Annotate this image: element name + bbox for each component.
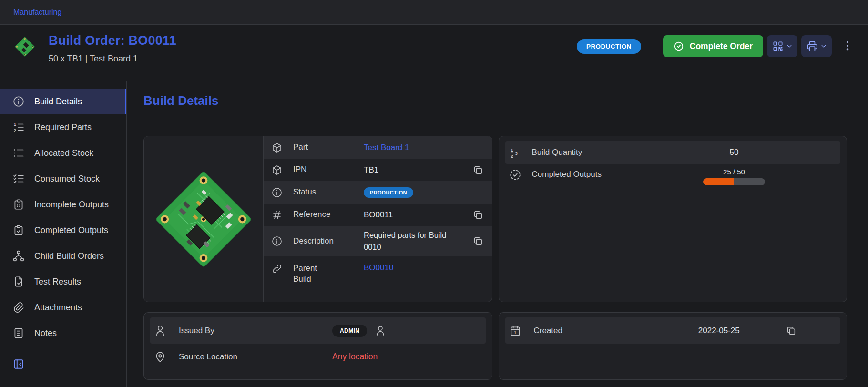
complete-order-label: Complete Order bbox=[690, 41, 753, 51]
svg-text:1: 1 bbox=[511, 147, 513, 153]
sidebar-item-child-build-orders[interactable]: Child Build Orders bbox=[0, 243, 126, 269]
row-label: Build Quantity bbox=[532, 148, 582, 157]
row-label: Parent Build bbox=[293, 263, 364, 285]
section-divider bbox=[143, 119, 847, 119]
table-row-build-quantity: 123 Build Quantity 50 bbox=[505, 141, 841, 164]
issued-by-panel: Issued By ADMIN Source Location Any loca… bbox=[143, 312, 492, 380]
user-icon bbox=[375, 325, 386, 336]
page-header: Build Order: BO0011 50 x TB1 | Test Boar… bbox=[0, 25, 868, 81]
table-row-reference: Reference BO0011 bbox=[264, 204, 492, 226]
sidebar-item-label: Test Results bbox=[34, 277, 81, 287]
sidebar: Build Details 12 Required Parts Allocate… bbox=[0, 81, 127, 387]
svg-text:2: 2 bbox=[511, 153, 513, 159]
sidebar-item-build-details[interactable]: Build Details bbox=[0, 89, 126, 114]
sidebar-item-notes[interactable]: Notes bbox=[0, 320, 126, 346]
copy-icon[interactable] bbox=[785, 325, 797, 337]
printer-icon bbox=[806, 40, 818, 52]
sidebar-item-label: Allocated Stock bbox=[34, 148, 93, 158]
breadcrumb-bar: Manufacturing bbox=[0, 0, 868, 25]
row-value: Required parts for Build 0010 bbox=[364, 229, 458, 253]
file-check-icon bbox=[12, 275, 25, 288]
row-value: BO0011 bbox=[364, 210, 472, 220]
sidebar-item-label: Child Build Orders bbox=[34, 251, 104, 261]
created-panel: 1 Created 2022-05-25 bbox=[499, 312, 848, 380]
sidebar-item-required-parts[interactable]: 12 Required Parts bbox=[0, 114, 126, 140]
status-badge: PRODUCTION bbox=[577, 39, 641, 54]
table-row-issued-by: Issued By ADMIN bbox=[150, 317, 486, 344]
table-row-completed-outputs: Completed Outputs 25 / 50 bbox=[505, 164, 841, 194]
box-icon bbox=[271, 142, 293, 153]
table-row-parent-build: Parent Build BO0010 bbox=[264, 256, 492, 302]
print-actions-button[interactable] bbox=[801, 35, 832, 57]
clipboard-list-icon bbox=[12, 198, 25, 211]
sidebar-item-label: Attachments bbox=[34, 303, 82, 313]
row-label: Reference bbox=[293, 209, 364, 220]
check-circle-icon bbox=[674, 41, 684, 51]
user-icon bbox=[154, 325, 179, 337]
map-pin-icon bbox=[154, 351, 179, 363]
part-link[interactable]: Test Board 1 bbox=[364, 143, 409, 152]
notes-icon bbox=[12, 327, 25, 339]
sidebar-item-label: Required Parts bbox=[34, 122, 92, 132]
info-circle-icon bbox=[271, 187, 293, 198]
sidebar-item-consumed-stock[interactable]: Consumed Stock bbox=[0, 166, 126, 192]
table-row-source-location: Source Location Any location bbox=[150, 344, 486, 370]
calendar-icon: 1 bbox=[509, 325, 534, 337]
part-details-panel: Part Test Board 1 IPN TB1 bbox=[143, 136, 492, 302]
part-details-table: Part Test Board 1 IPN TB1 bbox=[263, 136, 492, 302]
list-numbers-icon: 12 bbox=[12, 121, 25, 133]
section-title: Build Details bbox=[143, 93, 847, 108]
sidebar-item-completed-outputs[interactable]: Completed Outputs bbox=[0, 217, 126, 243]
sidebar-item-label: Incomplete Outputs bbox=[34, 200, 109, 210]
clipboard-check-icon bbox=[12, 224, 25, 236]
sidebar-item-incomplete-outputs[interactable]: Incomplete Outputs bbox=[0, 192, 126, 217]
sidebar-item-attachments[interactable]: Attachments bbox=[0, 295, 126, 320]
row-label: IPN bbox=[293, 164, 364, 175]
row-value: 2022-05-25 bbox=[653, 326, 786, 336]
more-actions-kebab-button[interactable] bbox=[839, 37, 856, 56]
progress-check-icon bbox=[509, 168, 532, 181]
sidebar-item-allocated-stock[interactable]: Allocated Stock bbox=[0, 140, 126, 166]
page-title: Build Order: BO0011 bbox=[49, 33, 176, 48]
svg-text:3: 3 bbox=[515, 151, 518, 156]
collapse-sidebar-button[interactable] bbox=[12, 358, 25, 370]
parent-build-link[interactable]: BO0010 bbox=[364, 263, 393, 272]
row-label: Source Location bbox=[179, 352, 332, 362]
sidebar-item-label: Consumed Stock bbox=[34, 174, 100, 184]
svg-text:2: 2 bbox=[14, 128, 16, 133]
sidebar-item-label: Completed Outputs bbox=[34, 225, 108, 235]
progress-bar bbox=[703, 178, 765, 185]
copy-icon[interactable] bbox=[472, 209, 484, 221]
sidebar-item-label: Build Details bbox=[34, 97, 82, 107]
list-check-icon bbox=[12, 173, 25, 185]
build-quantities-panel: 123 Build Quantity 50 Completed Outputs … bbox=[499, 136, 848, 302]
qr-code-icon bbox=[772, 40, 784, 52]
copy-icon[interactable] bbox=[472, 235, 484, 247]
chevron-down-icon bbox=[820, 42, 827, 50]
sidebar-item-test-results[interactable]: Test Results bbox=[0, 269, 126, 295]
part-thumbnail bbox=[12, 34, 37, 59]
table-row-status: Status PRODUCTION bbox=[264, 181, 492, 204]
user-badge: ADMIN bbox=[332, 325, 367, 337]
part-image bbox=[144, 136, 263, 302]
progress-label: 25 / 50 bbox=[723, 168, 745, 176]
sitemap-icon bbox=[12, 250, 25, 262]
row-label: Status bbox=[293, 187, 364, 198]
page-subtitle: 50 x TB1 | Test Board 1 bbox=[49, 54, 176, 64]
row-label: Created bbox=[534, 326, 653, 336]
status-badge: PRODUCTION bbox=[364, 187, 413, 198]
row-label: Part bbox=[293, 142, 364, 153]
source-location-value: Any location bbox=[332, 352, 378, 362]
complete-order-button[interactable]: Complete Order bbox=[663, 35, 763, 57]
barcode-actions-button[interactable] bbox=[767, 35, 797, 57]
svg-text:1: 1 bbox=[514, 330, 516, 335]
row-label: Description bbox=[293, 236, 364, 247]
sidebar-divider bbox=[0, 351, 126, 351]
copy-icon[interactable] bbox=[472, 164, 484, 176]
paperclip-icon bbox=[12, 301, 25, 314]
breadcrumb-manufacturing[interactable]: Manufacturing bbox=[13, 8, 61, 17]
table-row-part: Part Test Board 1 bbox=[264, 136, 492, 159]
box-icon bbox=[271, 164, 293, 176]
row-label: Completed Outputs bbox=[532, 168, 602, 179]
chevron-down-icon bbox=[786, 42, 793, 50]
